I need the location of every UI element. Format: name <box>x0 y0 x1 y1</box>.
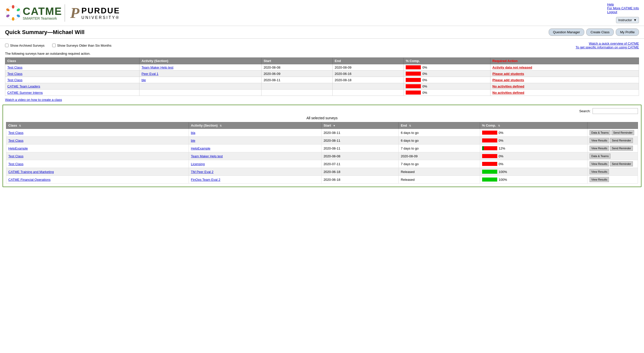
summary-table-row: CATME Team Leaders 0% No activities defi… <box>5 83 639 90</box>
action-buttons: Data & Teams <box>590 154 636 159</box>
role-selector[interactable]: Instructor ▼ <box>616 17 639 23</box>
summary-class-link[interactable]: CATME Team Leaders <box>7 84 40 88</box>
summary-progress-pct: 0% <box>422 84 427 88</box>
main-comp: 0% <box>480 137 587 144</box>
action-btn-reminder[interactable]: Send Reminder <box>610 138 633 143</box>
main-class-link[interactable]: Test Class <box>8 131 23 135</box>
catme-subtitle: SMARTER Teamwork <box>23 16 62 20</box>
main-class-link[interactable]: Test Class <box>8 162 23 166</box>
main-table-row: CATME Financial Operations FinOps Team E… <box>6 176 638 184</box>
action-btn-reminder[interactable]: Send Reminder <box>611 130 634 135</box>
purdue-p-letter: P <box>70 4 79 22</box>
logo-area: CATME SMARTER Teamwork P PURDUE UNIVERSI… <box>5 4 120 22</box>
page-title: Quick Summary—Michael Will <box>5 29 84 36</box>
overview-link[interactable]: Watch a quick overview of CATME <box>589 42 639 45</box>
header-links: Help For More CATME Info Logout <box>607 3 639 14</box>
main-class-link[interactable]: Test Class <box>8 154 23 158</box>
show-older-filter[interactable]: Show Surveys Older than Six Months <box>52 44 111 47</box>
action-btn-reminder[interactable]: Send Reminder <box>610 161 633 166</box>
main-activity-link[interactable]: TM Peer Eval 2 <box>191 170 214 174</box>
show-older-checkbox[interactable] <box>52 44 56 47</box>
summary-end: 2020-08-18 <box>333 77 404 83</box>
logout-link[interactable]: Logout <box>607 10 617 14</box>
action-btn-view[interactable]: View Results <box>590 169 609 174</box>
summary-class-link[interactable]: Test Class <box>7 72 22 76</box>
summary-class: Test Class <box>5 71 139 77</box>
summary-start: 2020-08-11 <box>261 77 333 83</box>
specific-info-link[interactable]: To get specific information on using CAT… <box>576 45 639 49</box>
action-btn-data[interactable]: Data & Teams <box>590 154 610 159</box>
summary-class-link[interactable]: Test Class <box>7 66 22 69</box>
main-table: Class ⇅ Activity (Section) ⇅ Start ▼ End… <box>6 122 638 184</box>
help-link[interactable]: Help <box>607 3 614 6</box>
main-class: CATME Training and Marketing <box>6 168 189 176</box>
main-col-activity[interactable]: Activity (Section) ⇅ <box>189 122 321 129</box>
main-table-row: CATME Training and Marketing TM Peer Eva… <box>6 168 638 176</box>
catme-logo: CATME SMARTER Teamwork <box>5 5 62 21</box>
main-col-start[interactable]: Start ▼ <box>321 122 399 129</box>
main-activity: FinOps Team Eval 2 <box>189 176 321 184</box>
main-start: 2020-06-18 <box>321 168 399 176</box>
summary-class: Test Class <box>5 77 139 83</box>
summary-activity: ble <box>139 77 261 83</box>
title-actions: Question Manager Create Class My Profile <box>549 28 639 36</box>
summary-activity-link[interactable]: ble <box>141 78 146 82</box>
summary-start: 2020-06-09 <box>261 71 333 77</box>
summary-end: 2020-06-16 <box>333 71 404 77</box>
required-action-link[interactable]: Please add students <box>492 78 524 82</box>
summary-col-class: Class <box>5 58 139 64</box>
question-manager-button[interactable]: Question Manager <box>549 28 584 36</box>
summary-class-link[interactable]: Test Class <box>7 78 22 82</box>
main-col-class[interactable]: Class ⇅ <box>6 122 189 129</box>
main-end: 6 days to go <box>399 129 480 137</box>
action-btn-data[interactable]: Data & Teams <box>590 130 610 135</box>
main-activity-link[interactable]: bla <box>191 131 195 135</box>
main-activity-link[interactable]: Licensing <box>191 162 205 166</box>
main-activity-link[interactable]: FinOps Team Eval 2 <box>191 178 220 182</box>
action-btn-view[interactable]: View Results <box>590 138 609 143</box>
show-archived-label: Show Archived Surveys <box>10 44 45 47</box>
main-col-comp[interactable]: % Comp. ⇅ <box>480 122 587 129</box>
watch-video-link[interactable]: Watch a video on how to create a class <box>5 98 62 102</box>
main-start: 2020-08-08 <box>321 152 399 160</box>
show-archived-checkbox[interactable] <box>5 44 9 47</box>
summary-start <box>261 83 333 90</box>
catme-info-link[interactable]: For More CATME Info <box>607 6 639 10</box>
create-class-button[interactable]: Create Class <box>586 28 614 36</box>
required-action-link[interactable]: Please add students <box>492 72 524 76</box>
action-btn-view[interactable]: View Results <box>590 146 609 151</box>
action-btn-reminder[interactable]: Send Reminder <box>610 146 633 151</box>
header: CATME SMARTER Teamwork P PURDUE UNIVERSI… <box>0 0 644 26</box>
main-progress-bar <box>482 146 497 150</box>
main-comp: 0% <box>480 129 587 137</box>
purdue-text: PURDUE UNIVERSITY® <box>81 6 120 20</box>
search-label: Search: <box>579 109 591 113</box>
summary-activity-link[interactable]: Team Maker Help test <box>141 66 173 69</box>
required-action-link[interactable]: Activity data not released <box>492 66 532 69</box>
main-class-link[interactable]: HelpExample <box>8 146 28 150</box>
summary-activity-link[interactable]: Peer Eval 1 <box>141 72 158 76</box>
main-class-link[interactable]: Test Class <box>8 139 23 142</box>
my-profile-button[interactable]: My Profile <box>616 28 639 36</box>
catme-text: CATME SMARTER Teamwork <box>23 5 62 20</box>
main-col-end[interactable]: End ⇅ <box>399 122 480 129</box>
required-action-link[interactable]: No activities defined <box>492 84 524 88</box>
main-activity-link[interactable]: Team Maker Help test <box>191 154 223 158</box>
action-btn-view[interactable]: View Results <box>590 161 609 166</box>
main-class-link[interactable]: CATME Financial Operations <box>8 178 50 182</box>
main-end: 7 days to go <box>399 160 480 168</box>
main-class-link[interactable]: CATME Training and Marketing <box>8 170 54 174</box>
purdue-sub: UNIVERSITY® <box>81 15 120 20</box>
main-progress-pct: 0% <box>499 131 504 135</box>
main-progress-bar <box>482 162 497 166</box>
summary-class-link[interactable]: CATME Summer Interns <box>7 91 43 95</box>
main-activity-link[interactable]: HelpExample <box>191 146 210 150</box>
required-action-link[interactable]: No activities defined <box>492 91 524 95</box>
main-class: Test Class <box>6 129 189 137</box>
summary-class: Test Class <box>5 64 139 71</box>
summary-table-row: Test Class ble 2020-08-11 2020-08-18 0% … <box>5 77 639 83</box>
search-input[interactable] <box>593 108 638 114</box>
action-btn-view[interactable]: View Results <box>590 177 609 182</box>
show-archived-filter[interactable]: Show Archived Surveys <box>5 44 45 47</box>
main-activity-link[interactable]: ble <box>191 139 195 142</box>
